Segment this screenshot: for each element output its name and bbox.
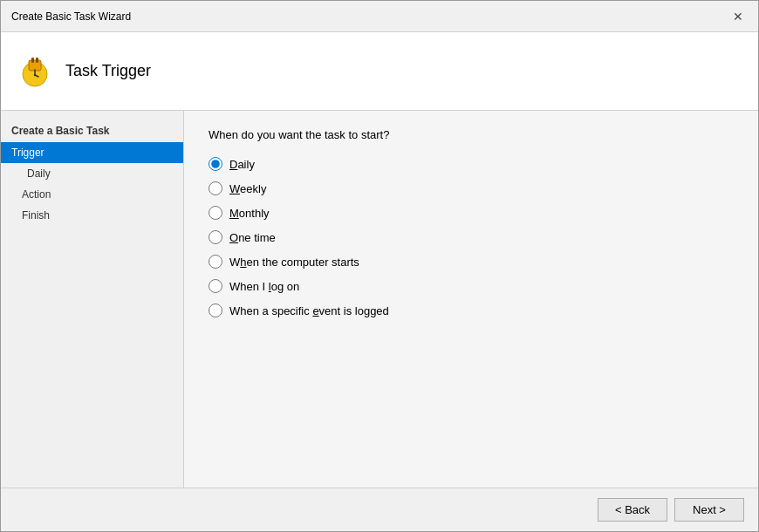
radio-label-event: When a specific event is logged [229, 304, 389, 317]
close-button[interactable]: ✕ [728, 7, 748, 26]
sidebar-item-daily[interactable]: Daily [1, 163, 183, 184]
radio-startup[interactable] [209, 255, 222, 269]
header-section: Task Trigger [1, 32, 758, 111]
radio-label-monthly: Monthly [229, 207, 270, 220]
radio-logon[interactable] [209, 279, 222, 293]
radio-group: Daily Weekly Monthly One time When the c [209, 157, 734, 317]
radio-option-logon[interactable]: When I log on [209, 279, 734, 293]
radio-option-monthly[interactable]: Monthly [209, 206, 734, 220]
dialog-title: Create Basic Task Wizard [11, 10, 131, 23]
back-button[interactable]: < Back [598, 498, 667, 522]
content-area: Create a Basic Task Trigger Daily Action… [1, 111, 758, 488]
dialog: Create Basic Task Wizard ✕ Task Trigger … [0, 0, 759, 532]
radio-label-logon: When I log on [229, 280, 299, 293]
radio-option-event[interactable]: When a specific event is logged [209, 304, 734, 317]
title-bar: Create Basic Task Wizard ✕ [1, 1, 758, 32]
question-label: When do you want the task to start? [209, 128, 734, 141]
footer: < Back Next > [1, 488, 758, 531]
radio-onetime[interactable] [209, 230, 222, 244]
next-button[interactable]: Next > [674, 498, 744, 522]
radio-weekly[interactable] [209, 181, 222, 195]
svg-rect-2 [31, 58, 34, 63]
radio-daily[interactable] [209, 157, 222, 171]
sidebar-heading: Create a Basic Task [1, 119, 183, 142]
radio-label-weekly: Weekly [229, 182, 266, 195]
sidebar: Create a Basic Task Trigger Daily Action… [1, 111, 184, 488]
sidebar-item-finish[interactable]: Finish [1, 205, 183, 226]
radio-label-startup: When the computer starts [229, 256, 359, 269]
main-content: When do you want the task to start? Dail… [184, 111, 758, 488]
svg-rect-3 [36, 58, 38, 63]
radio-monthly[interactable] [209, 206, 222, 220]
radio-label-daily: Daily [229, 158, 255, 171]
svg-rect-1 [29, 60, 41, 71]
sidebar-item-action[interactable]: Action [1, 184, 183, 205]
radio-option-startup[interactable]: When the computer starts [209, 255, 734, 269]
radio-option-onetime[interactable]: One time [209, 230, 734, 244]
radio-event[interactable] [209, 304, 222, 317]
header-title: Task Trigger [65, 62, 151, 80]
radio-label-onetime: One time [229, 231, 276, 244]
task-icon [17, 53, 53, 90]
svg-point-6 [34, 73, 36, 75]
radio-option-weekly[interactable]: Weekly [209, 181, 734, 195]
radio-option-daily[interactable]: Daily [209, 157, 734, 171]
sidebar-item-trigger[interactable]: Trigger [1, 142, 183, 163]
